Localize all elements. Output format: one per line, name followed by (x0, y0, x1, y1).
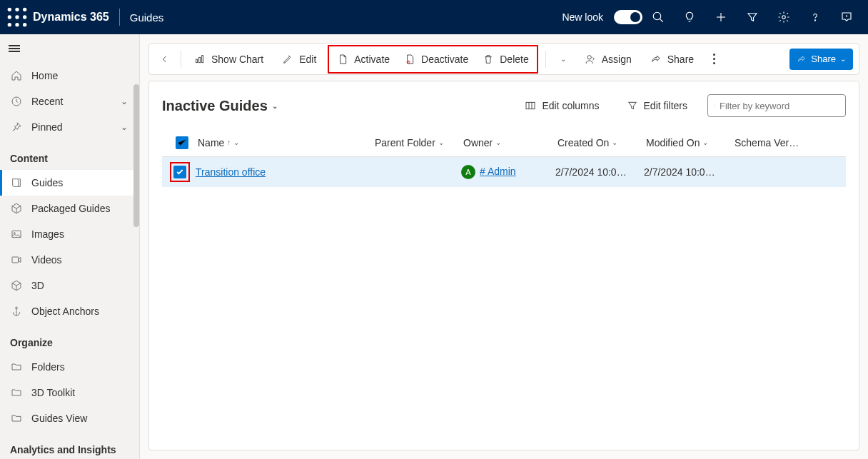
chevron-down-icon: ⌄ (121, 122, 132, 132)
assign-button[interactable]: Assign (577, 47, 639, 71)
video-icon (10, 254, 23, 266)
share-button[interactable]: Share (643, 47, 701, 71)
search-icon[interactable] (642, 0, 674, 34)
owner-link[interactable]: # Admin (480, 166, 516, 177)
nav-folders[interactable]: Folders (0, 354, 139, 380)
delete-button[interactable]: Delete (475, 47, 535, 71)
settings-icon[interactable] (768, 0, 799, 34)
back-button[interactable] (155, 47, 175, 71)
nav-label: Pinned (31, 121, 112, 133)
cube-icon (10, 280, 23, 291)
nav-guides-view[interactable]: Guides View (0, 405, 139, 431)
select-all-checkbox[interactable] (166, 136, 198, 149)
svg-line-10 (660, 19, 663, 22)
column-parent-folder[interactable]: Parent Folder ⌄ (375, 137, 463, 148)
column-owner[interactable]: Owner ⌄ (463, 137, 557, 148)
nav-images[interactable]: Images (0, 221, 139, 247)
search-input[interactable] (720, 101, 839, 111)
activate-button[interactable]: Activate (330, 47, 397, 71)
content-panel: Inactive Guides ⌄ Edit columns Edit filt… (148, 81, 859, 450)
column-schema-version[interactable]: Schema Ver… ⌄ (735, 137, 809, 148)
nav-label: Object Anchors (31, 306, 132, 317)
deactivate-button[interactable]: Deactivate (397, 47, 475, 71)
help-icon[interactable] (799, 0, 831, 34)
nav-3d-toolkit[interactable]: 3D Toolkit (0, 380, 139, 405)
nav-label: Videos (31, 254, 132, 266)
nav-pinned[interactable]: Pinned ⌄ (0, 114, 139, 140)
grid-row[interactable]: Transition office A# Admin 2/7/2024 10:0… (162, 157, 846, 187)
nav-recent[interactable]: Recent ⌄ (0, 89, 139, 114)
column-created-on[interactable]: Created On ⌄ (557, 137, 646, 148)
section-content: Content (0, 140, 139, 170)
clock-icon (10, 96, 23, 107)
column-name[interactable]: Name ↑ ⌄ (198, 137, 375, 148)
svg-point-8 (23, 23, 26, 26)
svg-point-30 (714, 105, 715, 106)
svg-point-4 (15, 15, 19, 19)
svg-point-3 (8, 15, 11, 19)
brand-label[interactable]: Dynamics 365 (33, 11, 109, 24)
cmd-label: Assign (602, 54, 632, 65)
filter-icon[interactable] (737, 0, 768, 34)
more-dropdown[interactable]: ⌄ (553, 47, 573, 71)
nav-3d[interactable]: 3D (0, 273, 139, 298)
avatar: A (461, 165, 475, 179)
show-chart-button[interactable]: Show Chart (187, 47, 271, 71)
btn-label: Edit filters (644, 100, 687, 111)
lightbulb-icon[interactable] (674, 0, 705, 34)
grid-header: Name ↑ ⌄ Parent Folder ⌄ Owner ⌄ Created… (162, 128, 846, 157)
nav-videos[interactable]: Videos (0, 247, 139, 273)
cmd-label: Share (667, 54, 694, 65)
app-name[interactable]: Guides (130, 11, 164, 24)
chevron-down-icon: ⌄ (702, 138, 708, 146)
svg-rect-19 (12, 257, 19, 263)
btn-label: Edit columns (542, 100, 599, 111)
new-look-toggle[interactable] (614, 10, 642, 24)
cell-owner[interactable]: A# Admin (461, 165, 555, 179)
support-chat-icon[interactable] (831, 0, 862, 34)
nav-object-anchors[interactable]: Object Anchors (0, 298, 139, 324)
anchor-icon (10, 306, 23, 317)
sidebar-toggle[interactable] (0, 34, 139, 63)
svg-point-0 (8, 8, 11, 11)
nav-guides[interactable]: Guides (0, 170, 139, 196)
nav-packaged-guides[interactable]: Packaged Guides (0, 196, 139, 221)
edit-filters-button[interactable]: Edit filters (620, 96, 695, 116)
column-label: Owner (463, 137, 493, 148)
view-title-label: Inactive Guides (162, 98, 268, 114)
keyword-search[interactable] (707, 94, 846, 117)
svg-point-20 (16, 307, 18, 309)
nav-label: Guides View (31, 413, 132, 424)
edit-columns-button[interactable]: Edit columns (518, 96, 606, 116)
package-icon (10, 203, 23, 214)
nav-label: Images (31, 228, 132, 240)
svg-point-1 (15, 8, 19, 11)
trash-icon (483, 54, 494, 65)
nav-label: 3D Toolkit (31, 387, 132, 398)
add-icon[interactable] (705, 0, 737, 34)
svg-point-6 (8, 23, 11, 26)
sidebar-scrollbar[interactable] (133, 84, 139, 227)
global-topbar: Dynamics 365 Guides New look (0, 0, 868, 34)
main-area: Show Chart Edit Activate Deactivate Dele… (140, 34, 868, 459)
column-label: Name (198, 137, 224, 148)
svg-line-31 (715, 106, 715, 106)
column-modified-on[interactable]: Modified On ⌄ (646, 137, 735, 148)
overflow-commands[interactable] (705, 54, 722, 64)
share-primary-button[interactable]: Share ⌄ (789, 49, 853, 70)
folder-icon (10, 387, 23, 398)
edit-button[interactable]: Edit (275, 47, 323, 71)
sort-asc-icon: ↑ (227, 138, 231, 146)
new-look-label: New look (562, 11, 603, 23)
column-label: Created On (557, 137, 609, 148)
nav-label: Recent (31, 96, 112, 107)
highlight-row-checkbox (170, 162, 190, 182)
record-name-link[interactable]: Transition office (196, 166, 266, 178)
row-checkbox[interactable] (173, 166, 186, 178)
nav-home[interactable]: Home (0, 63, 139, 89)
chart-icon (194, 54, 206, 65)
view-title[interactable]: Inactive Guides ⌄ (162, 98, 278, 114)
app-launcher-icon[interactable] (6, 6, 29, 29)
svg-point-26 (587, 55, 591, 59)
column-label: Schema Ver… (735, 137, 799, 148)
